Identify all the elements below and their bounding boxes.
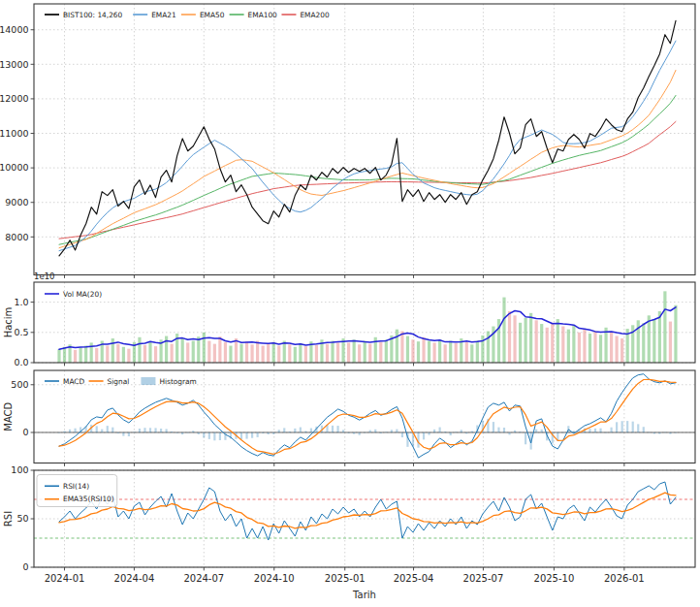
- macd-histogram-bar: [616, 422, 618, 432]
- macd-histogram-bar: [300, 428, 302, 432]
- macd-histogram-bar: [219, 432, 221, 440]
- macd-histogram-bar: [675, 432, 677, 433]
- volume-bar: [245, 341, 248, 363]
- macd-histogram-bar: [107, 426, 109, 432]
- x-axis-title: Tarih: [352, 590, 376, 600]
- macd-histogram-bar: [262, 432, 264, 433]
- macd-histogram-bar: [278, 430, 280, 432]
- volume-bar: [272, 342, 275, 363]
- macd-histogram-bar: [632, 422, 634, 432]
- y-tick-label: 500: [11, 379, 28, 390]
- volume-bar: [154, 346, 157, 363]
- volume-bar: [106, 346, 109, 363]
- legend-label: Signal: [108, 377, 130, 386]
- macd-histogram-bar: [461, 430, 462, 432]
- volume-offset-text: 1e10: [34, 272, 54, 281]
- legend-label: EMA35(RSI10): [63, 495, 114, 503]
- macd-histogram-bar: [69, 430, 71, 432]
- volume-bar: [385, 339, 388, 363]
- macd-histogram-bar: [208, 432, 210, 439]
- volume-bar: [642, 323, 645, 363]
- macd-histogram-bar: [594, 429, 596, 432]
- legend-label: EMA100: [248, 11, 278, 19]
- volume-bar: [368, 344, 371, 363]
- x-tick-label: 2025-04: [394, 573, 434, 584]
- volume-bar: [63, 347, 66, 363]
- volume-bar: [572, 325, 575, 363]
- volume-bar: [529, 313, 532, 363]
- volume-bar: [299, 343, 302, 363]
- y-tick-label: 14000: [0, 24, 29, 35]
- y-tick-label: 12000: [0, 93, 29, 104]
- macd-histogram-bar: [562, 432, 564, 433]
- macd-histogram-bar: [310, 429, 312, 432]
- volume-bar: [433, 342, 436, 363]
- figure: 800090001000011000120001300014000BIST100…: [0, 0, 700, 607]
- macd-histogram-bar: [599, 429, 601, 432]
- volume-bar: [80, 347, 82, 363]
- macd-histogram-bar: [658, 432, 660, 434]
- macd-legend: MACDSignalHistogram: [45, 377, 197, 386]
- rsi-legend: RSI(14)EMA35(RSI10): [37, 475, 117, 507]
- legend-label: EMA21: [151, 11, 176, 19]
- volume-bar: [138, 337, 141, 363]
- macd-histogram-bar: [139, 429, 141, 432]
- macd-histogram-bar: [465, 432, 467, 433]
- macd-histogram-bar: [423, 432, 425, 439]
- volume-bar: [192, 341, 195, 363]
- macd-histogram-bar: [245, 432, 247, 439]
- volume-bar: [455, 343, 458, 363]
- volume-bar: [669, 322, 672, 363]
- volume-bar: [294, 347, 297, 363]
- macd-axis-label: MACD: [3, 401, 14, 431]
- volume-bar: [551, 323, 554, 363]
- volume-bar: [599, 335, 602, 363]
- volume-bar: [406, 336, 409, 363]
- macd-histogram-bar: [289, 431, 291, 432]
- macd-histogram-bar: [605, 432, 607, 433]
- macd-histogram-bar: [610, 428, 612, 432]
- volume-bar: [288, 344, 291, 363]
- macd-histogram-bar: [637, 424, 639, 432]
- volume-bar: [207, 341, 210, 363]
- macd-histogram-bar: [257, 432, 259, 437]
- x-tick-label: 2024-07: [183, 573, 224, 584]
- macd-histogram-bar: [493, 422, 494, 432]
- macd-histogram-bar: [171, 431, 173, 432]
- volume-bar: [476, 341, 479, 363]
- volume-bar: [658, 311, 661, 363]
- volume-bar: [95, 348, 98, 363]
- volume-bar: [470, 344, 473, 363]
- volume-bar: [379, 342, 382, 363]
- volume-bar: [358, 344, 361, 363]
- volume-bar: [449, 341, 452, 363]
- macd-histogram-bar: [514, 431, 516, 432]
- y-tick-label: 0.0: [14, 357, 28, 367]
- volume-bar: [620, 338, 623, 363]
- macd-histogram-bar: [374, 430, 376, 432]
- volume-bar: [235, 338, 238, 363]
- macd-histogram-bar: [664, 432, 666, 433]
- volume-bar: [513, 315, 516, 363]
- macd-histogram-bar: [154, 428, 156, 432]
- y-tick-label: 13000: [0, 59, 29, 70]
- macd-histogram-bar: [589, 429, 590, 432]
- volume-bar: [674, 305, 677, 363]
- legend-label: EMA50: [200, 11, 225, 19]
- macd-histogram-bar: [181, 432, 183, 434]
- volume-bar: [213, 344, 216, 363]
- macd-histogram-bar: [203, 432, 205, 437]
- volume-bar: [336, 342, 339, 363]
- y-tick-label: 0: [22, 427, 28, 437]
- y-tick-label: 9000: [5, 197, 28, 208]
- macd-histogram-bar: [272, 432, 274, 434]
- macd-histogram-bar: [187, 432, 189, 433]
- rsi-axis-label: RSI: [3, 511, 14, 527]
- volume-bar: [165, 336, 168, 363]
- y-tick-label: 8000: [5, 232, 28, 242]
- macd-histogram-bar: [669, 432, 671, 434]
- volume-bar: [561, 327, 564, 363]
- legend-label: BIST100: 14,260: [63, 11, 123, 19]
- volume-bar: [438, 339, 441, 363]
- macd-histogram-bar: [401, 432, 403, 437]
